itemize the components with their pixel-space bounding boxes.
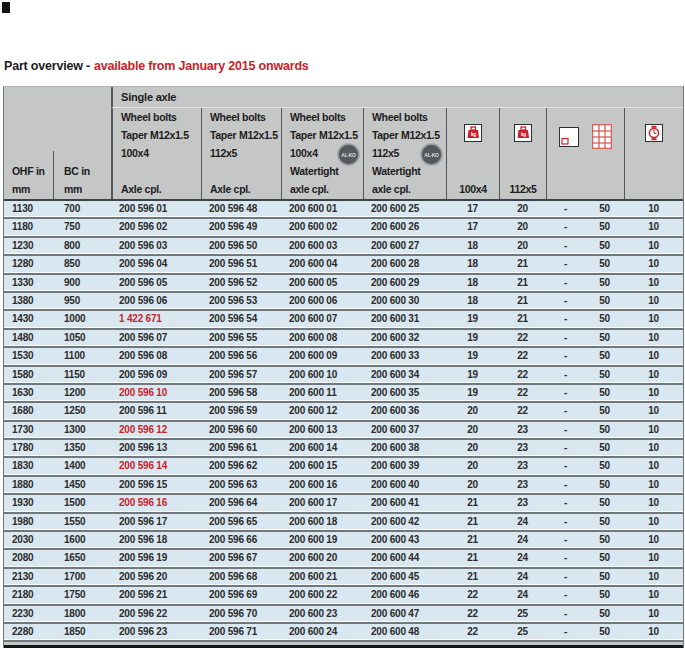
cell-axle-100x4: 200 596 17: [111, 514, 201, 530]
cell-watertight-112x5: 200 600 43: [363, 532, 446, 548]
weight-icon: kg: [447, 124, 499, 145]
catalog-page: Part overview -available from January 20…: [0, 0, 685, 649]
cell-box-col: -: [546, 238, 585, 254]
cell-grid-col: 50: [585, 569, 624, 585]
cell-bc: 1000: [53, 311, 111, 327]
header-watertight-100x4: Wheel bolts Taper M12x1.5 100x4 Watertig…: [281, 108, 363, 199]
svg-text:AL-KO: AL-KO: [341, 152, 356, 158]
table-row: 143010001 422 671200 596 54200 600 07200…: [4, 311, 683, 329]
table-group-header-row: Single axle: [4, 87, 683, 108]
cell-weight-100x4: 19: [446, 311, 499, 327]
page-title-highlight: available from January 2015 onwards: [94, 59, 309, 73]
cell-watertight-112x5: 200 600 35: [363, 385, 446, 401]
table-bottom-rule: [4, 645, 683, 648]
page-title-prefix: Part overview -: [4, 59, 90, 73]
cell-box-col: -: [546, 550, 585, 566]
package-box-icon: [559, 127, 579, 149]
cell-grid-col: 50: [585, 477, 624, 493]
cell-watertight-112x5: 200 600 46: [363, 587, 446, 603]
table-row: 18301400200 596 14200 596 62200 600 1520…: [4, 458, 683, 476]
cell-ohf: 1880: [4, 477, 53, 493]
cell-axle-112x5: 200 596 65: [201, 514, 281, 530]
svg-text:AL-KO: AL-KO: [424, 152, 439, 158]
table-header-row: OHF in mm BC in mm Wheel bolts Taper M12…: [4, 108, 683, 201]
cell-ohf: 2180: [4, 587, 53, 603]
cell-weight-100x4: 20: [446, 440, 499, 456]
header-bc: BC in mm: [53, 108, 111, 199]
table-row: 21801750200 596 21200 596 69200 600 2220…: [4, 587, 683, 605]
cell-watertight-112x5: 200 600 37: [363, 422, 446, 438]
cell-clock-col: 10: [624, 367, 683, 383]
table-row: 1280850200 596 04200 596 51200 600 04200…: [4, 256, 683, 274]
cell-axle-100x4: 200 596 22: [111, 606, 201, 622]
cell-weight-112x5: 22: [499, 367, 546, 383]
cell-watertight-100x4: 200 600 16: [281, 477, 363, 493]
cell-weight-112x5: 23: [499, 477, 546, 493]
cell-grid-col: 50: [585, 458, 624, 474]
cell-weight-112x5: 23: [499, 440, 546, 456]
cell-clock-col: 10: [624, 606, 683, 622]
cell-bc: 700: [53, 201, 111, 217]
cell-weight-112x5: 20: [499, 238, 546, 254]
cell-watertight-100x4: 200 600 21: [281, 569, 363, 585]
cell-ohf: 1680: [4, 403, 53, 419]
header-watertight-112x5: Wheel bolts Taper M12x1.5 112x5 Watertig…: [363, 108, 446, 199]
cell-watertight-100x4: 200 600 19: [281, 532, 363, 548]
table-row: 22301800200 596 22200 596 70200 600 2320…: [4, 606, 683, 624]
cell-axle-100x4: 200 596 16: [111, 495, 201, 511]
table-body: 1130700200 596 01200 596 48200 600 01200…: [4, 201, 683, 642]
cell-bc: 1550: [53, 514, 111, 530]
cell-bc: 1050: [53, 330, 111, 346]
cell-ohf: 2280: [4, 624, 53, 640]
cell-grid-col: 50: [585, 201, 624, 217]
cell-bc: 1250: [53, 403, 111, 419]
cell-weight-100x4: 20: [446, 422, 499, 438]
cell-weight-112x5: 22: [499, 348, 546, 364]
cell-axle-100x4: 200 596 01: [111, 201, 201, 217]
header-text: Taper M12x1.5: [282, 126, 363, 144]
header-bc-line1: BC in: [53, 163, 111, 181]
cell-ohf: 1480: [4, 330, 53, 346]
table-row: 1230800200 596 03200 596 50200 600 03200…: [4, 238, 683, 256]
header-ohf-line2: mm: [4, 181, 53, 199]
cell-axle-100x4: 1 422 671: [111, 311, 201, 327]
cell-bc: 1800: [53, 606, 111, 622]
cell-weight-112x5: 24: [499, 532, 546, 548]
cell-watertight-112x5: 200 600 36: [363, 403, 446, 419]
cell-axle-112x5: 200 596 58: [201, 385, 281, 401]
cell-bc: 1100: [53, 348, 111, 364]
cell-weight-100x4: 19: [446, 367, 499, 383]
cell-weight-100x4: 20: [446, 458, 499, 474]
cell-grid-col: 50: [585, 238, 624, 254]
cell-axle-112x5: 200 596 70: [201, 606, 281, 622]
cell-box-col: -: [546, 256, 585, 272]
cell-clock-col: 10: [624, 422, 683, 438]
alko-badge-icon: AL-KO: [337, 143, 360, 168]
cell-watertight-100x4: 200 600 17: [281, 495, 363, 511]
cell-box-col: -: [546, 348, 585, 364]
cell-ohf: 1630: [4, 385, 53, 401]
cell-bc: 1650: [53, 550, 111, 566]
cell-box-col: -: [546, 477, 585, 493]
cell-ohf: 2030: [4, 532, 53, 548]
cell-axle-100x4: 200 596 18: [111, 532, 201, 548]
cell-ohf: 1380: [4, 293, 53, 309]
cell-clock-col: 10: [624, 293, 683, 309]
cell-ohf: 1730: [4, 422, 53, 438]
cell-clock-col: 10: [624, 238, 683, 254]
cell-axle-112x5: 200 596 57: [201, 367, 281, 383]
header-weight-112x5: kg 112x5: [499, 108, 546, 199]
cell-clock-col: 10: [624, 550, 683, 566]
cell-weight-100x4: 22: [446, 587, 499, 603]
cell-watertight-100x4: 200 600 12: [281, 403, 363, 419]
cell-clock-col: 10: [624, 256, 683, 272]
part-overview-table: Single axle OHF in mm BC in mm Wheel bol…: [3, 86, 684, 648]
cell-bc: 1150: [53, 367, 111, 383]
cell-clock-col: 10: [624, 514, 683, 530]
cell-weight-112x5: 21: [499, 293, 546, 309]
cell-axle-100x4: 200 596 06: [111, 293, 201, 309]
cell-box-col: -: [546, 219, 585, 235]
group-header-spacer: [4, 87, 111, 108]
cell-axle-100x4: 200 596 15: [111, 477, 201, 493]
cell-watertight-100x4: 200 600 04: [281, 256, 363, 272]
